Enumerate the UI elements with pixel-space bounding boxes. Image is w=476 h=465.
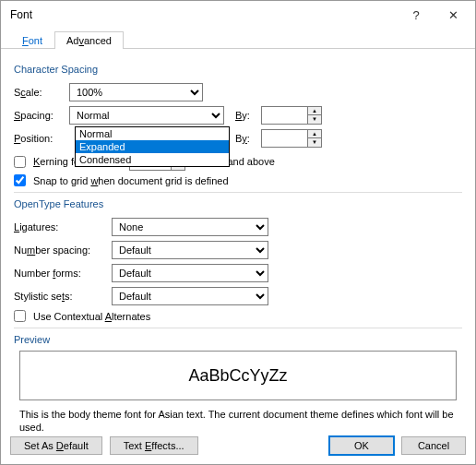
dialog-footer: Set As Default Text Effects... OK Cancel <box>10 436 466 455</box>
snap-to-grid-checkbox[interactable] <box>14 174 26 186</box>
separator <box>14 192 462 193</box>
stylistic-sets-label: Stylistic sets: <box>14 291 112 302</box>
preview-sample: AaBbCcYyZz <box>188 366 287 386</box>
set-as-default-button[interactable]: Set As Default <box>10 436 102 455</box>
spacing-by-input[interactable] <box>261 106 307 125</box>
font-dialog: Font ? ✕ Font Advanced Character Spacing… <box>0 0 476 465</box>
spacing-label: Spacing: <box>14 110 69 121</box>
ligatures-combo[interactable]: None <box>112 218 268 236</box>
position-by-input[interactable] <box>261 129 307 148</box>
chevron-up-icon[interactable]: ▲ <box>308 107 321 115</box>
spacing-option-expanded[interactable]: Expanded <box>76 140 229 153</box>
spacing-combo[interactable]: Normal <box>69 106 224 125</box>
position-by-spinner[interactable]: ▲▼ <box>261 129 322 148</box>
spacing-by-spinner[interactable]: ▲▼ <box>261 106 322 125</box>
chevron-down-icon[interactable]: ▼ <box>308 115 321 124</box>
ok-button[interactable]: OK <box>329 436 394 455</box>
position-label: Position: <box>14 133 69 144</box>
number-forms-label: Number forms: <box>14 268 112 279</box>
cancel-button[interactable]: Cancel <box>401 436 466 455</box>
snap-to-grid-label: Snap to grid when document grid is defin… <box>33 175 229 186</box>
scale-combo[interactable]: 100% <box>69 83 203 101</box>
chevron-down-icon[interactable]: ▼ <box>308 138 321 147</box>
number-spacing-label: Number spacing: <box>14 244 112 256</box>
stylistic-sets-combo[interactable]: Default <box>112 287 268 305</box>
contextual-alternates-checkbox[interactable] <box>14 310 26 322</box>
preview-box: AaBbCcYyZz <box>19 351 457 400</box>
scale-label: Scale: <box>14 87 69 98</box>
tab-bar: Font Advanced <box>1 29 475 49</box>
chevron-up-icon[interactable]: ▲ <box>308 130 321 138</box>
spacing-by-label: By: <box>235 110 261 121</box>
ligatures-label: Ligatures: <box>14 221 112 232</box>
separator <box>14 328 462 328</box>
tab-advanced[interactable]: Advanced <box>54 31 124 49</box>
titlebar: Font ? ✕ <box>1 1 475 29</box>
character-spacing-group: Character Spacing <box>14 64 462 75</box>
dialog-body: Character Spacing Scale: 100% Spacing: N… <box>1 49 475 451</box>
help-button[interactable]: ? <box>398 2 434 28</box>
spacing-dropdown-list[interactable]: Normal Expanded Condensed <box>75 126 230 167</box>
contextual-alternates-label: Use Contextual Alternates <box>33 311 150 322</box>
preview-description: This is the body theme font for Asian te… <box>19 408 457 435</box>
tab-font[interactable]: Font <box>10 31 54 49</box>
spacing-option-normal[interactable]: Normal <box>76 127 229 140</box>
text-effects-button[interactable]: Text Effects... <box>110 436 198 455</box>
spinner-buttons[interactable]: ▲▼ <box>307 129 322 148</box>
spinner-buttons[interactable]: ▲▼ <box>307 106 322 125</box>
position-by-label: By: <box>235 133 261 144</box>
opentype-group: OpenType Features <box>14 198 462 209</box>
number-spacing-combo[interactable]: Default <box>112 241 268 259</box>
kerning-checkbox[interactable] <box>14 156 26 168</box>
preview-label: Preview <box>14 334 462 345</box>
number-forms-combo[interactable]: Default <box>112 264 268 282</box>
window-title: Font <box>10 8 398 21</box>
close-button[interactable]: ✕ <box>434 2 471 28</box>
spacing-option-condensed[interactable]: Condensed <box>76 153 229 166</box>
